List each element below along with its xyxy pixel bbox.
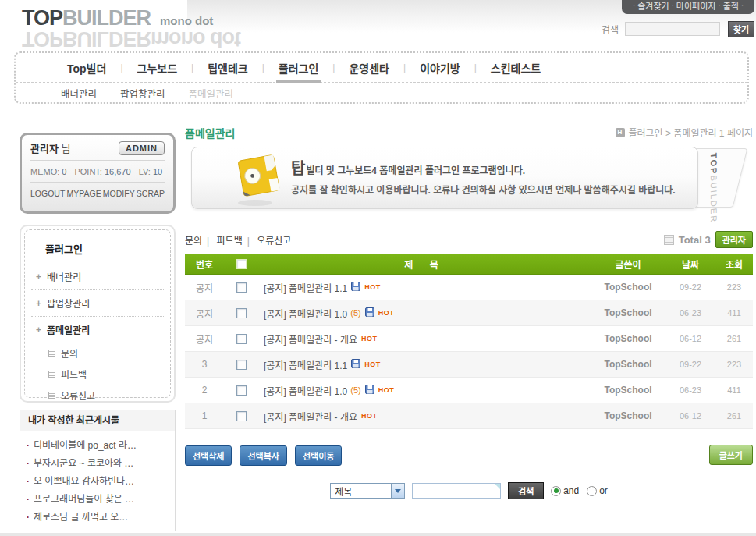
tab-skintest[interactable]: 스킨테스트 <box>486 60 545 76</box>
row-checkbox[interactable] <box>236 385 247 396</box>
admin-button[interactable]: 관리자 <box>715 231 753 248</box>
quick-links-bar[interactable]: : 즐겨찾기 : 마이페이지 : 출첵 : <box>622 0 754 14</box>
post-views: 223 <box>715 282 753 292</box>
subnav-formmail[interactable]: 폼메일관리 <box>189 86 234 101</box>
admin-name: 관리자 님 <box>30 140 70 155</box>
col-date: 날짜 <box>665 257 715 271</box>
recent-post-link[interactable]: 부자시군요 ~ 코코아와 … <box>27 455 169 473</box>
page: TOPBUILDERmono dot TOPBUILDERmono dot : … <box>0 0 756 536</box>
tab-gnuboard[interactable]: 그누보드 <box>133 60 183 76</box>
row-no: 공지 <box>185 332 224 346</box>
tab-separator: | <box>111 62 132 73</box>
post-author[interactable]: TopSchool <box>591 385 665 396</box>
radio-and-dot[interactable] <box>551 486 561 496</box>
subnav-banner[interactable]: 배너관리 <box>61 86 97 101</box>
post-date: 09-22 <box>665 360 715 369</box>
recent-post-link[interactable]: 프로그래머님들이 찾은 … <box>27 491 169 509</box>
move-selected-button[interactable]: 선택이동 <box>295 445 342 466</box>
comment-count: (5) <box>350 385 360 395</box>
row-no: 공지 <box>185 307 224 320</box>
row-checkbox[interactable] <box>236 360 247 370</box>
sidebar-item-formmail[interactable]: + 폼메일관리 <box>31 316 164 343</box>
board-tab-inquiry[interactable]: 문의 <box>185 236 202 247</box>
banner-vertical-brand: TOPBUILDER <box>709 152 719 204</box>
plus-icon: + <box>36 272 41 282</box>
post-title-link[interactable]: [공지] 폼메일관리 1.1 <box>264 281 347 294</box>
find-button[interactable]: 찾기 <box>728 21 754 37</box>
tab-storyroom[interactable]: 이야기방 <box>415 60 465 76</box>
chevron-down-icon <box>391 484 404 498</box>
tab-topbuilder[interactable]: Top빌더 <box>62 60 111 76</box>
notice-banner: TOPBUILDER 탑빌더 및 그누보드4 폼메일관리 플러그인 프로그램입니… <box>191 147 751 211</box>
board-tab-errorreport[interactable]: 오류신고 <box>257 236 291 247</box>
post-author[interactable]: TopSchool <box>591 307 665 318</box>
post-title-link[interactable]: [공지] 폼메일관리 1.0 <box>264 307 347 320</box>
modify-link[interactable]: MODIFY <box>103 189 135 198</box>
logout-link[interactable]: LOGOUT <box>30 189 65 198</box>
hot-badge: HOT <box>378 309 395 317</box>
comment-count: (5) <box>350 308 360 318</box>
board-tab-feedback[interactable]: 피드백 <box>217 236 243 247</box>
logo-reflection: TOPBUILDERmono dot <box>22 27 240 51</box>
post-author[interactable]: TopSchool <box>591 410 665 421</box>
scrap-link[interactable]: SCRAP <box>137 189 165 198</box>
radio-or[interactable]: or <box>587 485 608 496</box>
selection-actions: 선택삭제 선택복사 선택이동 <box>185 445 342 466</box>
table-row: 1 [공지] 폼메일관리 - 개요HOT TopSchool 06-12 261 <box>185 403 753 429</box>
tabs-row: Top빌더| 그누보드| 팁앤테크| 플러그인| 운영센타| 이야기방| 스킨테… <box>16 53 747 83</box>
post-author[interactable]: TopSchool <box>591 282 665 293</box>
sidebar-subitem-inquiry[interactable]: 문의 <box>48 343 164 364</box>
doc-icon <box>48 350 55 357</box>
post-date: 06-12 <box>665 334 715 343</box>
recent-post-link[interactable]: 디비테이블에 po_act 라… <box>27 437 169 455</box>
search-field-select[interactable]: 제목 <box>330 483 405 499</box>
tab-opcenter[interactable]: 운영센타 <box>344 60 394 76</box>
select-value: 제목 <box>331 485 352 498</box>
sidebar-item-popup[interactable]: + 팝업창관리 <box>31 289 164 316</box>
main-navigation: Top빌더| 그누보드| 팁앤테크| 플러그인| 운영센타| 이야기방| 스킨테… <box>14 51 749 104</box>
post-title-link[interactable]: [공지] 폼메일관리 1.1 <box>264 358 347 371</box>
subnav-row: 배너관리 팝업창관리 폼메일관리 <box>16 83 747 103</box>
radio-or-dot[interactable] <box>587 486 597 496</box>
hot-badge: HOT <box>361 335 378 343</box>
recent-post-link[interactable]: 오 이쁘내요 감사하빈다… <box>27 473 169 491</box>
attachment-disk-icon <box>365 307 374 319</box>
admin-links: LOGOUT MYPAGE MODIFY SCRAP <box>30 183 165 198</box>
tab-separator: | <box>323 62 344 73</box>
post-author[interactable]: TopSchool <box>591 333 665 344</box>
sidebar-subitem-feedback[interactable]: 피드백 <box>48 364 164 385</box>
tab-plugin[interactable]: 플러그인 <box>274 60 324 76</box>
copy-selected-button[interactable]: 선택복사 <box>240 445 286 466</box>
header-search-input[interactable] <box>625 22 720 36</box>
logo-suffix: mono dot <box>160 14 213 27</box>
attachment-disk-icon <box>351 282 360 293</box>
doc-icon <box>48 392 55 399</box>
row-checkbox[interactable] <box>236 334 247 344</box>
search-label: 검색 <box>602 23 619 36</box>
delete-selected-button[interactable]: 선택삭제 <box>185 445 232 466</box>
post-title-link[interactable]: [공지] 폼메일관리 1.0 <box>264 384 347 397</box>
post-author[interactable]: TopSchool <box>591 359 665 370</box>
search-button[interactable]: 검색 <box>508 482 544 499</box>
subnav-popup[interactable]: 팝업창관리 <box>120 86 165 101</box>
post-title-link[interactable]: [공지] 폼메일관리 - 개요 <box>264 410 357 423</box>
banner-line2: 공지를 잘 확인하시고 이용바랍니다. 오류나 건의하실 사항 있으시면 언제나… <box>291 183 676 196</box>
write-button[interactable]: 글쓰기 <box>709 445 753 465</box>
plus-icon: + <box>36 298 41 309</box>
tab-tipntech[interactable]: 팁앤테크 <box>203 60 253 76</box>
board-search-input[interactable] <box>412 483 501 499</box>
recent-posts-box: 내가 작성한 최근게시물 디비테이블에 po_act 라… 부자시군요 ~ 코코… <box>20 410 176 531</box>
admin-stats: MEMO: 0 POINT: 16,670 LV: 10 <box>30 161 165 183</box>
row-checkbox[interactable] <box>236 308 247 318</box>
radio-and[interactable]: and <box>551 485 579 496</box>
recent-post-link[interactable]: 제로스님 글 까먹고 오… <box>27 509 169 527</box>
row-checkbox[interactable] <box>236 282 247 293</box>
admin-badge-button[interactable]: ADMIN <box>119 141 165 155</box>
row-checkbox[interactable] <box>236 411 247 421</box>
sidebar-subitem-errorreport[interactable]: 오류신고 <box>48 385 164 406</box>
post-title-link[interactable]: [공지] 폼메일관리 - 개요 <box>264 332 357 346</box>
select-all-checkbox[interactable] <box>236 259 247 269</box>
table-row: 3 [공지] 폼메일관리 1.1HOT TopSchool 09-22 223 <box>185 352 753 378</box>
mypage-link[interactable]: MYPAGE <box>67 189 101 198</box>
sidebar-item-banner[interactable]: + 배너관리 <box>31 264 164 289</box>
